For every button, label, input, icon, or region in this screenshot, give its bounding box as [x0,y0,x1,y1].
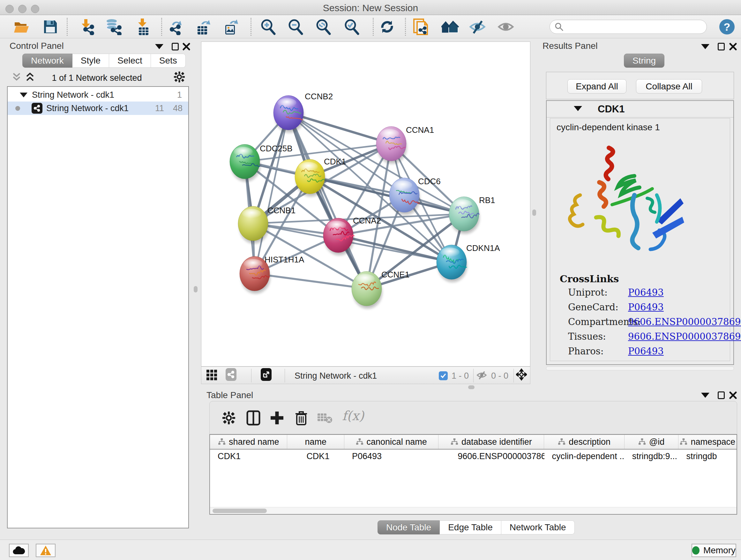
birdseye-view-button[interactable] [261,369,272,380]
network-node-HIST1H1A[interactable]: HIST1H1A [240,255,305,294]
add-column-button[interactable] [269,410,285,426]
toolbar-separator [251,369,252,382]
open-session-button[interactable] [13,18,30,35]
column-header-id[interactable]: @id [624,435,679,449]
help-button[interactable]: ? [719,19,735,35]
control-panel-close-button[interactable] [181,42,192,52]
collapse-section-icon[interactable] [574,106,582,111]
zoom-selected-button[interactable] [343,18,360,35]
table-row[interactable]: CDK1 CDK1 P06493 9606.ENSP00000378699 cy… [210,449,737,463]
network-row-selected[interactable]: String Network - cdk1 11 48 [8,102,188,115]
column-header-description[interactable]: description [544,435,624,449]
tree-expander-icon[interactable] [20,92,27,98]
zoom-in-button[interactable] [259,18,277,35]
tab-network-table[interactable]: Network Table [501,520,575,535]
export-image-button[interactable] [222,18,240,35]
tab-network[interactable]: Network [22,54,72,68]
tab-string[interactable]: String [624,54,664,68]
network-badge-button[interactable] [226,369,237,380]
export-image-icon [223,18,239,35]
memory-label: Memory [703,545,736,556]
network-edge[interactable] [255,273,367,289]
network-node-count: 11 [155,104,164,113]
search-box[interactable] [549,20,707,34]
import-network-icon [78,18,95,35]
clone-network-button[interactable] [412,18,430,35]
import-table-button[interactable] [134,18,152,35]
delete-table-button[interactable] [317,410,333,426]
network-collection-row[interactable]: String Network - cdk1 1 [8,88,188,102]
network-node-CCNE1[interactable]: CCNE1 [352,270,409,308]
cloud-status-button[interactable] [9,544,29,557]
delete-column-button[interactable] [293,410,310,426]
control-panel-menu-button[interactable] [154,42,165,52]
zoom-out-button[interactable] [286,18,305,35]
tab-node-table[interactable]: Node Table [378,520,440,535]
tab-edge-table[interactable]: Edge Table [440,520,501,535]
show-graphics-details-button[interactable] [497,18,515,35]
node-table: shared name name canonical name database… [209,434,737,515]
table-options-button[interactable] [220,410,237,426]
network-view-canvas[interactable]: CCNB2CCNA1CDC25BCDK1CDC6RB1CCNB1CCNA2CDK… [201,42,530,367]
search-input[interactable] [564,22,698,32]
tab-style[interactable]: Style [72,54,109,68]
export-network-button[interactable] [167,18,185,35]
gene-header-row[interactable]: CDK1 [547,101,733,118]
column-header-canonical-name[interactable]: canonical name [344,435,439,449]
expand-all-button[interactable]: Expand All [567,79,626,94]
results-panel-title: Results Panel [542,41,598,51]
network-edge-count: 48 [173,104,183,113]
collapse-all-button[interactable]: Collapse All [636,79,702,94]
column-header-namespace[interactable]: namespace [678,435,737,449]
show-columns-button[interactable] [245,410,262,426]
crosslink-link[interactable]: 9606.ENSP00000378699 [628,316,741,327]
column-header-shared-name[interactable]: shared name [210,435,287,449]
results-scrollbar-track[interactable] [546,367,734,370]
table-hscrollbar-thumb[interactable] [212,509,267,513]
vertical-splitter-handle[interactable] [532,209,536,216]
crosslink-link[interactable]: 9606.ENSP00000378699 [628,331,741,342]
import-network-database-button[interactable] [105,18,122,35]
hidden-items-button[interactable] [476,370,487,380]
save-session-button[interactable] [42,18,59,35]
table-hscrollbar-track[interactable] [210,507,737,514]
network-node-CDKN1A[interactable]: CDKN1A [436,243,500,282]
manage-networks-button[interactable] [441,18,459,35]
column-header-name[interactable]: name [287,435,344,449]
tab-sets[interactable]: Sets [151,54,186,68]
pan-mode-button[interactable] [516,369,527,380]
table-panel-float-button[interactable] [716,390,727,400]
column-type-icon [680,438,687,446]
results-panel-float-button[interactable] [716,42,727,52]
vertical-splitter-handle[interactable] [194,286,198,293]
grid-view-button[interactable] [206,370,217,380]
export-table-button[interactable] [194,18,212,35]
toolbar-separator [373,18,374,36]
import-network-file-button[interactable] [78,18,96,35]
network-node-CDK1[interactable]: CDK1 [295,157,346,196]
zoom-fit-button[interactable] [314,18,332,35]
network-edge[interactable] [288,113,391,144]
hide-graphics-details-button[interactable] [469,18,487,35]
selected-nodes-checkbox[interactable] [439,371,448,380]
apply-layout-button[interactable] [378,18,396,35]
network-node-label: CDKN1A [466,243,500,253]
help-icon: ? [724,21,731,33]
table-panel-close-button[interactable] [728,390,738,400]
crosslink-link[interactable]: P06493 [628,346,664,357]
table-panel-menu-button[interactable] [700,390,711,400]
tab-select[interactable]: Select [109,54,151,68]
column-header-database-identifier[interactable]: database identifier [439,435,544,449]
function-builder-button[interactable]: f(x) [342,408,364,423]
network-node-label: CCNB2 [305,91,333,101]
crosslink-link[interactable]: P06493 [628,302,664,313]
results-panel-close-button[interactable] [728,42,738,52]
warnings-button[interactable] [36,544,56,557]
network-node-RB1[interactable]: RB1 [449,195,495,234]
control-panel-float-button[interactable] [170,42,181,52]
memory-button[interactable]: Memory [691,544,736,557]
crosslink-link[interactable]: P06493 [628,287,664,298]
network-node-label: CCNE1 [381,270,409,279]
results-panel-menu-button[interactable] [700,42,711,52]
network-options-button[interactable] [174,72,185,82]
